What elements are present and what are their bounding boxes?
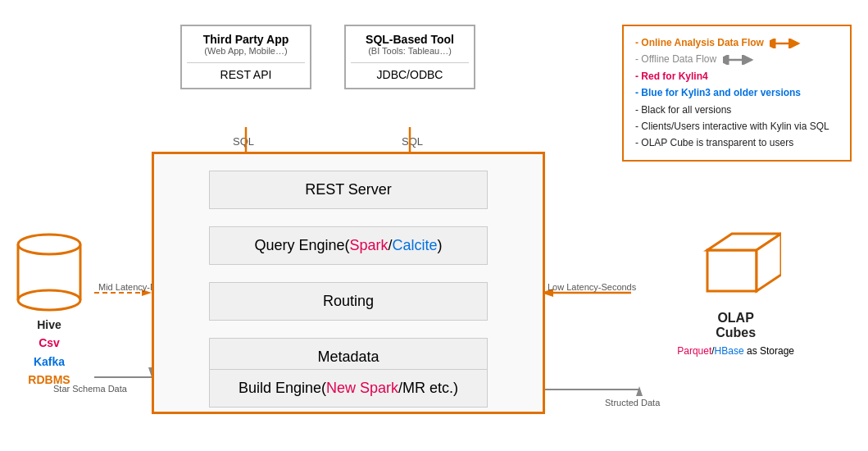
legend-black3: - OLAP Cube is transparent to users: [635, 134, 838, 151]
sql-tool-title: SQL-Based Tool: [351, 33, 469, 46]
diagram-container: - Online Analysis Data Flow - Offline Da…: [0, 0, 868, 451]
legend-offline-flow: - Offline Data Flow: [635, 51, 838, 67]
query-engine-box: Query Engine(Spark/Calcite): [209, 226, 488, 265]
sql-tool-subtitle: (BI Tools: Tableau…): [351, 46, 469, 56]
kafka-label: Kafka: [16, 353, 82, 371]
build-engine-suffix: ): [453, 380, 458, 396]
olap-title: OLAPCubes: [677, 311, 794, 340]
metadata-label: Metadata: [317, 348, 379, 365]
hive-container: Hive Csv Kafka RDBMS: [16, 230, 82, 390]
sql-label-left: SQL: [233, 135, 254, 148]
svg-marker-13: [707, 250, 757, 291]
legend-blue: - Blue for Kylin3 and older versions: [635, 84, 838, 101]
parquet-label: Parquet: [677, 345, 711, 357]
query-engine-suffix: ): [438, 237, 443, 253]
csv-label: Csv: [16, 334, 82, 352]
third-party-title: Third Party App: [187, 33, 305, 46]
sql-label-right: SQL: [402, 135, 423, 148]
sql-tool-box: SQL-Based Tool (BI Tools: Tableau…) JDBC…: [344, 25, 475, 89]
olap-container: OLAPCubes Parquet/HBase as Storage: [677, 221, 794, 357]
structured-data-label: Structed Data: [605, 398, 660, 408]
svg-point-12: [18, 290, 80, 310]
rest-api-label: REST API: [187, 62, 305, 81]
rest-server-label: REST Server: [305, 181, 392, 198]
rest-server-box: REST Server: [209, 171, 488, 209]
rdbms-label: RDBMS: [16, 371, 82, 389]
query-engine-calcite: Calcite: [393, 237, 438, 253]
legend-black2: - Clients/Users interactive with Kylin v…: [635, 118, 838, 134]
build-engine-box: Build Engine(New Spark/MR etc.): [209, 369, 488, 408]
build-engine-spark: New Spark: [326, 380, 398, 396]
hive-labels: Hive Csv Kafka RDBMS: [16, 316, 82, 390]
build-engine-mr: MR etc.: [402, 380, 453, 396]
legend-online-flow: - Online Analysis Data Flow: [635, 34, 838, 51]
third-party-app-box: Third Party App (Web App, Mobile…) REST …: [180, 25, 311, 89]
svg-point-11: [18, 235, 80, 254]
third-party-subtitle: (Web App, Mobile…): [187, 46, 305, 56]
hbase-label: HBase: [715, 345, 744, 357]
legend-box: - Online Analysis Data Flow - Offline Da…: [622, 25, 852, 162]
jdbc-label: JDBC/ODBC: [351, 62, 469, 81]
main-kylin-box: REST Server Query Engine(Spark/Calcite) …: [152, 152, 545, 414]
olap-cube-icon: [691, 221, 781, 303]
legend-red: - Red for Kylin4: [635, 68, 838, 84]
routing-label: Routing: [323, 293, 374, 309]
legend-black1: - Black for all versions: [635, 102, 838, 118]
query-engine-spark: Spark: [349, 237, 388, 253]
olap-storage-label: Parquet/HBase as Storage: [677, 345, 794, 357]
hive-cylinder: [16, 230, 82, 312]
query-engine-prefix: Query Engine(: [254, 237, 349, 253]
hive-label: Hive: [16, 316, 82, 334]
build-engine-prefix: Build Engine(: [239, 380, 326, 396]
low-latency-label: Low Latency-Seconds: [548, 282, 636, 292]
routing-box: Routing: [209, 282, 488, 321]
